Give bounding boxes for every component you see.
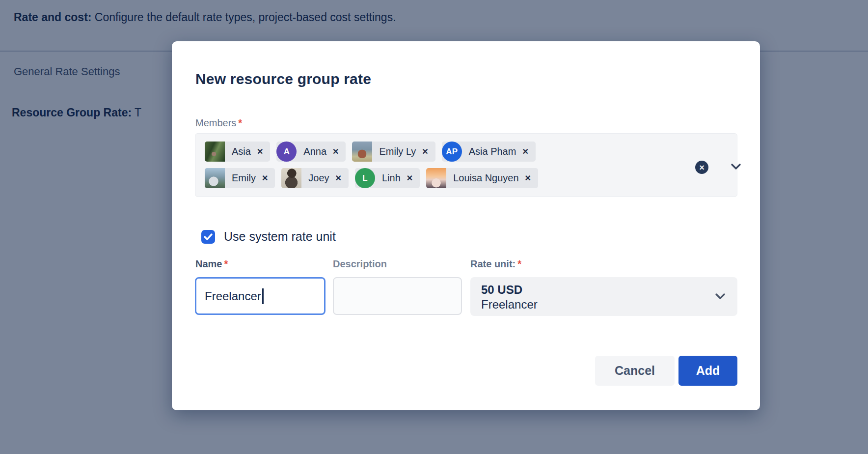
member-initials-avatar: AP: [442, 142, 462, 162]
rate-unit-chevron-down-icon: [715, 293, 726, 302]
member-name: Emily: [232, 172, 256, 184]
use-system-rate-unit-checkbox[interactable]: [201, 230, 215, 244]
member-photo-avatar: [205, 168, 225, 188]
name-input[interactable]: Freelancer: [195, 277, 326, 315]
member-chip[interactable]: LLinh✕: [355, 168, 420, 188]
description-label: Description: [333, 258, 387, 270]
member-name: Linh: [382, 172, 401, 184]
members-chip-list: Asia✕AAnna✕Emily Ly✕APAsia Pham✕Emily✕Jo…: [205, 142, 597, 188]
cancel-button[interactable]: Cancel: [595, 356, 675, 386]
member-name: Joey: [308, 172, 329, 184]
screen: Rate and cost: Configure the default rat…: [0, 0, 868, 454]
member-chip[interactable]: Louisa Nguyen✕: [426, 168, 538, 188]
member-chip[interactable]: Emily Ly✕: [352, 142, 435, 162]
member-name: Anna: [303, 146, 326, 157]
members-label-text: Members: [195, 117, 236, 128]
member-photo-avatar: [281, 168, 301, 188]
dialog-actions: Cancel Add: [195, 356, 737, 386]
remove-member-icon[interactable]: ✕: [262, 173, 268, 183]
member-name: Asia: [232, 146, 251, 157]
new-resource-group-rate-dialog: New resource group rate Members* Asia✕AA…: [172, 41, 760, 410]
member-chip[interactable]: APAsia Pham✕: [442, 142, 536, 162]
name-label-text: Name: [195, 258, 222, 269]
rate-unit-label-text: Rate unit:: [470, 258, 515, 269]
remove-member-icon[interactable]: ✕: [335, 173, 342, 183]
name-required-mark: *: [224, 258, 228, 269]
name-input-value: Freelancer: [205, 289, 261, 303]
text-caret: [262, 288, 264, 304]
member-initials-avatar: L: [355, 168, 375, 188]
member-photo-avatar: [426, 168, 446, 188]
member-chip[interactable]: AAnna✕: [276, 142, 346, 162]
members-label: Members*: [195, 117, 242, 129]
use-system-rate-unit-label: Use system rate unit: [224, 229, 336, 244]
name-label: Name*: [195, 258, 228, 270]
clear-all-glyph: ✕: [699, 164, 705, 171]
rate-unit-select[interactable]: 50 USD Freelancer: [470, 277, 737, 316]
dialog-title: New resource group rate: [195, 71, 371, 87]
remove-member-icon[interactable]: ✕: [422, 147, 428, 156]
rate-unit-name: Freelancer: [481, 298, 538, 312]
rate-unit-value: 50 USD: [481, 283, 522, 297]
member-name: Louisa Nguyen: [453, 172, 518, 184]
remove-member-icon[interactable]: ✕: [332, 147, 339, 156]
member-initials-avatar: A: [276, 142, 297, 162]
rate-unit-required-mark: *: [517, 258, 521, 269]
member-name: Emily Ly: [379, 146, 416, 157]
member-chip[interactable]: Asia✕: [205, 142, 270, 162]
member-photo-avatar: [352, 142, 372, 162]
rate-unit-label: Rate unit:*: [470, 258, 521, 270]
remove-member-icon[interactable]: ✕: [525, 173, 531, 183]
remove-member-icon[interactable]: ✕: [257, 147, 263, 156]
members-required-mark: *: [238, 117, 242, 128]
use-system-rate-unit-row: Use system rate unit: [201, 229, 336, 244]
clear-all-members-icon[interactable]: ✕: [695, 161, 708, 174]
member-photo-avatar: [205, 142, 225, 162]
description-input[interactable]: [333, 277, 462, 315]
member-name: Asia Pham: [469, 146, 516, 157]
remove-member-icon[interactable]: ✕: [407, 173, 413, 183]
member-chip[interactable]: Joey✕: [281, 168, 349, 188]
members-chevron-down-icon[interactable]: [731, 163, 741, 172]
remove-member-icon[interactable]: ✕: [522, 147, 528, 156]
member-chip[interactable]: Emily✕: [205, 168, 275, 188]
members-multiselect[interactable]: Asia✕AAnna✕Emily Ly✕APAsia Pham✕Emily✕Jo…: [195, 133, 737, 197]
add-button[interactable]: Add: [678, 356, 737, 386]
